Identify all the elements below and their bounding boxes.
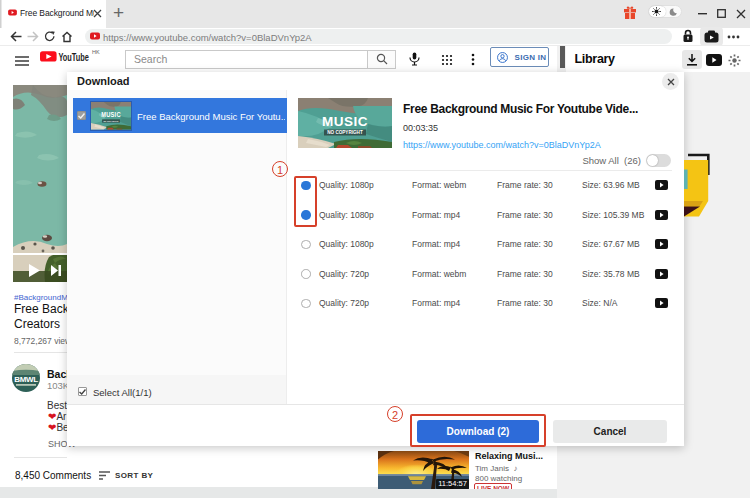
svg-text:MUSIC: MUSIC — [322, 114, 368, 129]
svg-text:NO COPYRIGHT: NO COPYRIGHT — [327, 130, 363, 135]
svg-text:BMWL: BMWL — [14, 375, 38, 384]
svg-text:YouTube: YouTube — [58, 51, 89, 63]
